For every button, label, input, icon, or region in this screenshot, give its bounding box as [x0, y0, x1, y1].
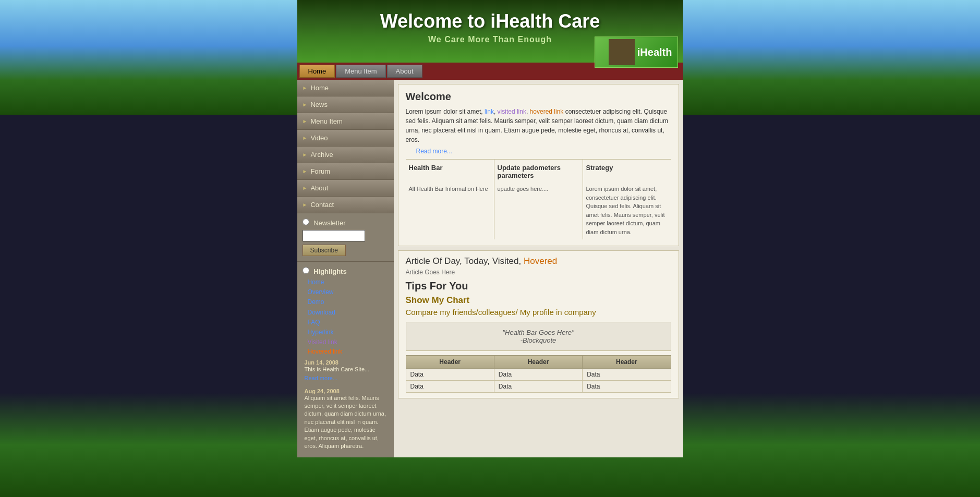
arrow-icon: ►	[303, 118, 308, 124]
table-cell: Data	[406, 369, 494, 381]
link-normal[interactable]: link	[485, 108, 494, 115]
article-goes-here: Article Goes Here	[406, 269, 671, 276]
news-date-1: Jun 14, 2008	[305, 359, 386, 366]
news-item-1: Jun 14, 2008 This is Health Care Site...…	[303, 355, 389, 383]
table-header-2: Header	[494, 356, 582, 369]
sidebar-item-home[interactable]: ► Home	[297, 80, 394, 96]
table-row: Data Data Data	[406, 381, 671, 393]
compare-link[interactable]: Compare my friends/colleagues/ My profil…	[406, 308, 671, 317]
sidebar-item-forum[interactable]: ► Forum	[297, 163, 394, 180]
highlights-link-home[interactable]: Home	[308, 277, 389, 287]
site-header: Welcome to iHealth Care We Care More Tha…	[297, 0, 683, 63]
newsletter-radio[interactable]	[303, 219, 309, 225]
news-item-2: Aug 24, 2008 Aliquam sit amet felis. Mau…	[303, 384, 389, 453]
logo-icon	[609, 39, 635, 65]
tips-title: Tips For You	[406, 280, 671, 292]
highlights-title: Highlights	[313, 268, 347, 275]
sidebar-item-about[interactable]: ► About	[297, 180, 394, 197]
col-header-2: Update padometers parameters	[494, 160, 583, 181]
link-hovered[interactable]: hovered link	[530, 108, 564, 115]
sidebar-item-archive[interactable]: ► Archive	[297, 147, 394, 163]
arrow-icon: ►	[303, 135, 308, 141]
three-cols-headers: Health Bar Update padometers parameters …	[406, 159, 671, 181]
blockquote-box: "Health Bar Goes Here"-Blockquote	[406, 322, 671, 351]
sidebar-item-menuitem[interactable]: ► Menu Item	[297, 113, 394, 130]
col-content-3: Lorem ipsum dolor sit amet, consectetuer…	[583, 181, 671, 239]
arrow-icon: ►	[303, 202, 308, 208]
arrow-icon: ►	[303, 185, 308, 191]
table-cell: Data	[406, 381, 494, 393]
content-area: Welcome Lorem ipsum dolor sit amet, link…	[394, 80, 683, 457]
article-title-hovered: Hovered	[524, 256, 557, 266]
article-title-text: Article Of Day, Today, Visited,	[406, 256, 522, 266]
highlights-link-download[interactable]: Download	[308, 308, 389, 318]
sidebar-item-contact[interactable]: ► Contact	[297, 197, 394, 213]
article-title: Article Of Day, Today, Visited, Hovered	[406, 256, 671, 266]
newsletter-label: Newsletter	[313, 219, 345, 227]
site-title: Welcome to iHealth Care	[303, 10, 678, 32]
sidebar-item-video[interactable]: ► Video	[297, 130, 394, 147]
highlights-link-visited[interactable]: Visited link	[308, 337, 389, 347]
arrow-icon: ►	[303, 102, 308, 107]
logo-box: iHealth	[595, 37, 678, 68]
col-header-1: Health Bar	[406, 160, 494, 181]
newsletter-section: Newsletter Subscribe	[297, 213, 394, 262]
highlights-link-faq[interactable]: FAQ	[308, 318, 389, 328]
highlights-links: Home Overview Demo Download FAQ Hyperlin…	[303, 275, 389, 355]
nav-tab-menuitem[interactable]: Menu Item	[336, 65, 385, 78]
table-row: Data Data Data	[406, 369, 671, 381]
nav-tab-home[interactable]: Home	[299, 65, 335, 78]
sidebar-item-news[interactable]: ► News	[297, 96, 394, 113]
show-my-chart-link[interactable]: Show My Chart	[406, 295, 671, 306]
col-header-3: Strategy	[583, 160, 671, 181]
three-cols-content: All Health Bar Information Here upadte g…	[406, 181, 671, 239]
col-content-1: All Health Bar Information Here	[406, 181, 494, 239]
blockquote-text: "Health Bar Goes Here"-Blockquote	[417, 329, 660, 344]
table-header-1: Header	[406, 356, 494, 369]
news-date-2: Aug 24, 2008	[305, 388, 386, 394]
news-text-1: This is Health Care Site...	[305, 366, 386, 373]
table-cell: Data	[583, 381, 671, 393]
logo-text: iHealth	[637, 46, 672, 58]
welcome-read-more[interactable]: Read more...	[406, 148, 671, 155]
table-cell: Data	[494, 381, 582, 393]
highlights-radio[interactable]	[303, 267, 309, 274]
welcome-title: Welcome	[406, 91, 671, 103]
arrow-icon: ►	[303, 85, 308, 91]
main-layout: ► Home ► News ► Menu Item ► Video ► Arch…	[297, 80, 683, 457]
link-visited[interactable]: visited link	[498, 108, 526, 115]
col-content-2: upadte goes here....	[494, 181, 583, 239]
data-table: Header Header Header Data Data Data Data	[406, 355, 671, 393]
table-header-3: Header	[583, 356, 671, 369]
news-readmore-1[interactable]: Read more...	[305, 375, 338, 381]
table-cell: Data	[494, 369, 582, 381]
arrow-icon: ►	[303, 168, 308, 174]
table-cell: Data	[583, 369, 671, 381]
highlights-link-hovered[interactable]: Hovered link	[308, 348, 343, 355]
arrow-icon: ►	[303, 152, 308, 157]
sidebar: ► Home ► News ► Menu Item ► Video ► Arch…	[297, 80, 394, 457]
welcome-block: Welcome Lorem ipsum dolor sit amet, link…	[398, 84, 679, 246]
highlights-section: Highlights Home Overview Demo Download F…	[297, 262, 394, 457]
news-text-2: Aliquam sit amet felis. Mauris semper, v…	[305, 394, 386, 451]
highlights-link-demo[interactable]: Demo	[308, 297, 389, 307]
nav-tab-about[interactable]: About	[387, 65, 422, 78]
article-block: Article Of Day, Today, Visited, Hovered …	[398, 250, 679, 398]
welcome-body: Lorem ipsum dolor sit amet, link, visite…	[406, 107, 671, 144]
highlights-link-hyperlink[interactable]: Hyperlink	[308, 328, 389, 337]
newsletter-input[interactable]	[303, 230, 365, 241]
subscribe-button[interactable]: Subscribe	[303, 245, 346, 256]
highlights-link-overview[interactable]: Overview	[308, 287, 389, 297]
